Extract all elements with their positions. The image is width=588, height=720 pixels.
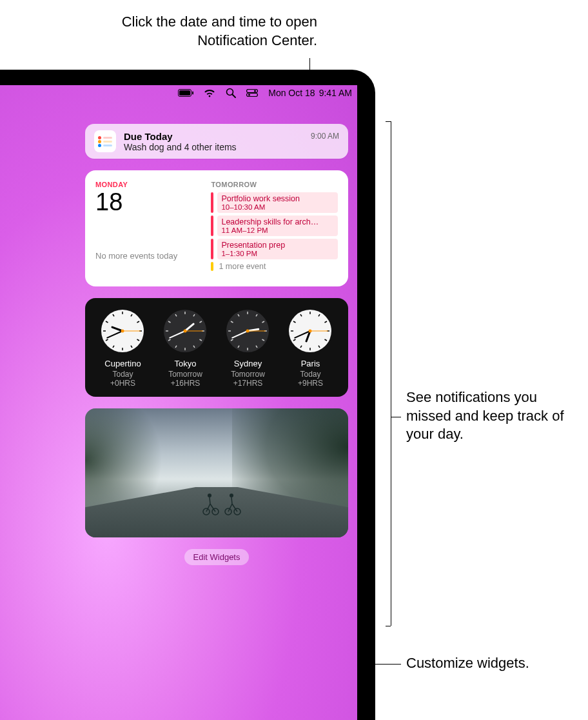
control-center-icon[interactable]: [246, 89, 258, 97]
clock-offset: +17HRS: [218, 379, 278, 388]
callout-bracket: [391, 121, 391, 626]
menubar-time: 9:41 AM: [319, 88, 352, 98]
event-time: 1–1:30 PM: [221, 250, 334, 257]
photos-widget[interactable]: [85, 408, 348, 537]
desktop: Mon Oct 18 9:41 AM Due Today Wash dog an…: [0, 85, 357, 720]
callout-bracket-stem: [391, 417, 401, 417]
battery-icon: [178, 89, 193, 97]
clock-face-icon: [225, 308, 270, 354]
svg-point-25: [121, 330, 124, 333]
svg-point-42: [184, 330, 187, 333]
notification-card[interactable]: Due Today Wash dog and 4 other items 9:0…: [85, 124, 348, 159]
clock-face-icon: [288, 308, 333, 354]
svg-point-6: [254, 90, 256, 92]
clock-item: ParisToday+9HRS: [280, 308, 340, 388]
clock-offset: +0HRS: [93, 379, 153, 388]
calendar-event: Leadership skills for arch…11 AM–12 PM: [211, 215, 338, 236]
calendar-more-text: 1 more event: [219, 262, 266, 271]
svg-point-82: [230, 494, 233, 497]
photo-cyclist-icon: [201, 490, 220, 515]
spotlight-search-icon[interactable]: [226, 88, 236, 98]
event-time: 10–10:30 AM: [221, 203, 334, 211]
notification-center: Due Today Wash dog and 4 other items 9:0…: [85, 124, 348, 565]
clock-city: Sydney: [218, 359, 278, 368]
svg-point-59: [246, 330, 250, 333]
world-clock-widget[interactable]: CupertinoToday+0HRSTokyoTomorrow+16HRSSy…: [85, 298, 348, 397]
edit-widgets-button[interactable]: Edit Widgets: [184, 549, 250, 565]
svg-point-76: [309, 330, 312, 333]
notification-title: Due Today: [124, 131, 303, 142]
callout-bracket-tick: [386, 626, 391, 626]
clock-day: Tomorrow: [155, 370, 215, 379]
calendar-event: Presentation prep1–1:30 PM: [211, 239, 338, 259]
clock-item: CupertinoToday+0HRS: [93, 308, 153, 388]
reminders-app-icon: [94, 130, 116, 152]
clock-face-icon: [162, 308, 208, 354]
calendar-more-events: 1 more event: [211, 262, 338, 271]
calendar-more-pill: [211, 262, 213, 271]
calendar-tomorrow-label: TOMORROW: [211, 181, 338, 188]
clock-item: SydneyTomorrow+17HRS: [218, 308, 278, 388]
clock-day: Today: [93, 370, 153, 379]
menubar-datetime[interactable]: Mon Oct 18 9:41 AM: [268, 88, 352, 98]
event-color-bar: [211, 192, 213, 213]
svg-line-4: [233, 95, 236, 98]
event-color-bar: [211, 239, 213, 259]
calendar-no-events-text: No more events today: [95, 251, 202, 279]
calendar-widget[interactable]: MONDAY 18 No more events today TOMORROW …: [85, 170, 348, 286]
clock-day: Tomorrow: [218, 370, 278, 379]
callout-bracket-tick: [386, 121, 391, 122]
event-time: 11 AM–12 PM: [221, 226, 334, 234]
calendar-event: Portfolio work session10–10:30 AM: [211, 192, 338, 213]
clock-face-icon: [100, 308, 145, 354]
clock-item: TokyoTomorrow+16HRS: [155, 308, 215, 388]
event-color-bar: [211, 215, 213, 236]
callout-right: See notifications you missed and keep tr…: [406, 388, 580, 444]
svg-point-8: [248, 94, 250, 95]
svg-rect-2: [192, 92, 193, 95]
notification-time: 9:00 AM: [311, 132, 339, 141]
svg-point-79: [208, 494, 211, 497]
callout-top: Click the date and time to open Notifica…: [92, 13, 317, 50]
event-title: Presentation prep: [221, 241, 334, 250]
calendar-date-number: 18: [95, 190, 202, 214]
clock-city: Cupertino: [93, 359, 153, 368]
menubar: Mon Oct 18 9:41 AM: [178, 85, 352, 101]
clock-offset: +9HRS: [280, 379, 340, 388]
laptop-frame: Mon Oct 18 9:41 AM Due Today Wash dog an…: [0, 70, 375, 720]
clock-city: Paris: [280, 359, 340, 368]
notification-subtitle: Wash dog and 4 other items: [124, 142, 303, 152]
clock-offset: +16HRS: [155, 379, 215, 388]
event-title: Leadership skills for arch…: [221, 217, 334, 226]
menubar-date: Mon Oct 18: [268, 88, 315, 98]
photo-cyclist-icon: [223, 490, 242, 515]
wifi-icon: [204, 89, 215, 97]
event-title: Portfolio work session: [221, 194, 334, 203]
clock-day: Today: [280, 370, 340, 379]
clock-city: Tokyo: [155, 359, 215, 368]
callout-bottom: Customize widgets.: [406, 654, 529, 673]
calendar-day-label: MONDAY: [95, 181, 202, 188]
svg-rect-1: [179, 90, 190, 95]
